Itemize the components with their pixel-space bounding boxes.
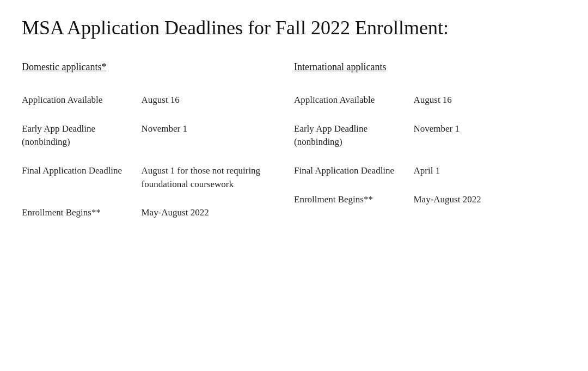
international-row: Application AvailableAugust 16 — [294, 88, 550, 117]
domestic-label: Enrollment Begins** — [22, 201, 137, 230]
domestic-row: Enrollment Begins**May-August 2022 — [22, 201, 278, 230]
domestic-label: Final Application Deadline — [22, 159, 137, 201]
international-row: Enrollment Begins**May-August 2022 — [294, 188, 550, 217]
domestic-row: Application AvailableAugust 16 — [22, 88, 278, 117]
international-value: November 1 — [409, 117, 550, 159]
international-header: International applicants — [294, 61, 550, 73]
international-column: International applicants Application Ava… — [294, 61, 566, 230]
domestic-value: May-August 2022 — [137, 201, 278, 230]
domestic-value: November 1 — [137, 117, 278, 159]
domestic-row: Early App Deadline (nonbinding)November … — [22, 117, 278, 159]
domestic-row: Final Application DeadlineAugust 1 for t… — [22, 159, 278, 201]
page-title: MSA Application Deadlines for Fall 2022 … — [22, 16, 566, 40]
domestic-label: Early App Deadline (nonbinding) — [22, 117, 137, 159]
domestic-column: Domestic applicants* Application Availab… — [22, 61, 294, 230]
domestic-header: Domestic applicants* — [22, 61, 278, 73]
international-label: Application Available — [294, 88, 409, 117]
international-table: Application AvailableAugust 16Early App … — [294, 88, 550, 216]
international-label: Enrollment Begins** — [294, 188, 409, 217]
international-value: August 16 — [409, 88, 550, 117]
domestic-value: August 16 — [137, 88, 278, 117]
international-value: May-August 2022 — [409, 188, 550, 217]
international-row: Final Application DeadlineApril 1 — [294, 159, 550, 188]
international-value: April 1 — [409, 159, 550, 188]
columns-wrapper: Domestic applicants* Application Availab… — [22, 61, 566, 230]
domestic-table: Application AvailableAugust 16Early App … — [22, 88, 278, 230]
domestic-value: August 1 for those not requiring foundat… — [137, 159, 278, 201]
domestic-label: Application Available — [22, 88, 137, 117]
international-label: Early App Deadline (nonbinding) — [294, 117, 409, 159]
international-row: Early App Deadline (nonbinding)November … — [294, 117, 550, 159]
international-label: Final Application Deadline — [294, 159, 409, 188]
